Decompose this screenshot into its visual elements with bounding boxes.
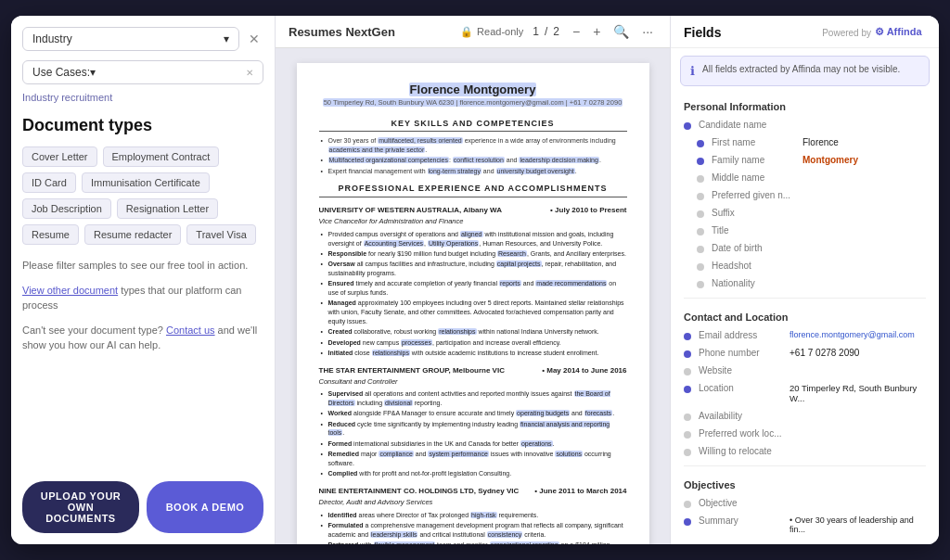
first-name-label: First name <box>712 137 795 147</box>
phone-value: +61 7 0278 2090 <box>790 348 859 358</box>
contact-us-link[interactable]: Contact us <box>166 325 215 336</box>
objective-row: Objective <box>671 494 939 512</box>
doc-types-grid: Cover Letter Employment Contract ID Card… <box>22 146 263 245</box>
fields-header: Fields Powered by ⚙ Affinda <box>671 16 939 48</box>
more-options-button[interactable]: ··· <box>638 22 657 41</box>
current-page: 1 <box>533 25 539 38</box>
preferred-given-dot <box>697 193 704 200</box>
chevron-down-icon: ▾ <box>224 32 229 45</box>
fields-divider2 <box>684 465 926 466</box>
industry-dropdown-label: Industry <box>32 32 72 45</box>
location-value: 20 Timperley Rd, South Bunbury W... <box>790 383 926 403</box>
summary-row: Summary • Over 30 years of leadership an… <box>671 512 939 538</box>
zoom-in-button[interactable]: + <box>589 22 604 41</box>
first-name-value: Florence <box>802 137 839 147</box>
location-dot <box>684 386 691 393</box>
view-other-link[interactable]: View other document <box>22 285 118 296</box>
lock-icon: 🔒 <box>460 26 473 38</box>
headshot-label: Headshot <box>712 261 795 271</box>
doc-type-cover-letter[interactable]: Cover Letter <box>22 146 97 167</box>
job2-title: Consultant and Controller <box>319 377 627 388</box>
fields-notice: ℹ All fields extracted by Affinda may no… <box>680 56 930 86</box>
hint1-text: Please filter samples to see our free to… <box>22 260 248 271</box>
preferred-given-row: Preferred given n... <box>671 186 939 204</box>
chevron-down-icon: ▾ <box>90 66 96 79</box>
powered-by-text: Powered by <box>822 28 871 38</box>
left-sidebar: Industry ▾ ✕ Use Cases: ▾ ✕ Industry rec… <box>11 16 276 544</box>
doc-type-resume[interactable]: Resume <box>22 224 79 245</box>
job1-bullets: Provided campus oversight of operations … <box>319 230 627 358</box>
close-icon[interactable]: ✕ <box>246 68 253 78</box>
experience-section-title: PROFESSIONAL EXPERIENCE AND ACCOMPLISHME… <box>319 183 627 197</box>
sidebar-hint2: View other document types that our platf… <box>22 283 263 313</box>
candidate-name-label: Candidate name <box>699 120 782 130</box>
dob-label: Date of birth <box>712 243 795 253</box>
preferred-work-dot <box>684 431 691 439</box>
headshot-row: Headshot <box>671 257 939 274</box>
info-icon: ℹ <box>690 64 695 78</box>
use-cases-dropdown[interactable]: Use Cases: ▾ ✕ <box>22 60 263 84</box>
zoom-out-button[interactable]: − <box>569 22 584 41</box>
doc-scroll-area[interactable]: Florence Montgomery 50 Timperley Rd, Sou… <box>276 48 670 544</box>
objective-dot <box>684 501 691 508</box>
email-label: Email address <box>699 330 782 340</box>
objective-label: Objective <box>699 498 782 508</box>
industry-tag: Industry recruitment <box>22 90 263 105</box>
fields-divider1 <box>684 298 926 299</box>
doc-type-id-card[interactable]: ID Card <box>22 172 76 193</box>
doc-type-immunisation[interactable]: Immunisation Certificate <box>82 172 210 193</box>
nationality-dot <box>697 281 704 288</box>
doc-type-job-description[interactable]: Job Description <box>22 198 111 219</box>
title-dot <box>697 228 704 235</box>
title-row: Title <box>671 222 939 239</box>
use-cases-label: Use Cases: <box>32 66 90 79</box>
nationality-label: Nationality <box>712 278 795 288</box>
total-pages: 2 <box>553 25 559 38</box>
contact-section: Contact and Location <box>671 304 939 326</box>
phone-dot <box>684 350 691 358</box>
job3-title: Director, Audit and Advisory Services <box>319 498 627 508</box>
preferred-work-row: Preferred work loc... <box>671 425 939 442</box>
dob-row: Date of birth <box>671 239 939 257</box>
middle-name-dot <box>697 175 704 183</box>
search-icon-button[interactable]: 🔍 <box>610 22 633 41</box>
fields-notice-text: All fields extracted by Affinda may not … <box>702 64 900 74</box>
willing-label: Willing to relocate <box>699 446 782 456</box>
upload-button[interactable]: UPLOAD YOUR OWN DOCUMENTS <box>22 481 139 533</box>
candidate-contact: 50 Timperley Rd, South Bunbury WA 6230 |… <box>319 98 627 108</box>
candidate-name: Florence Montgomery <box>319 82 627 98</box>
fields-title: Fields <box>684 25 721 40</box>
middle-name-label: Middle name <box>712 172 795 183</box>
job3-header: NINE ENTERTAINMENT CO. HOLDINGS LTD, Syd… <box>319 486 627 496</box>
sidebar-close-button[interactable]: ✕ <box>245 30 263 48</box>
suffix-dot <box>697 210 704 218</box>
sidebar-hint1: Please filter samples to see our free to… <box>22 258 263 274</box>
page-nav: 1 / 2 <box>533 25 559 38</box>
document-page: Florence Montgomery 50 Timperley Rd, Sou… <box>297 63 649 544</box>
suffix-row: Suffix <box>671 204 939 222</box>
zoom-controls: − + 🔍 ··· <box>569 22 657 41</box>
personal-info-section: Personal Information <box>671 94 939 116</box>
affinda-brand: Powered by ⚙ Affinda <box>822 25 926 40</box>
sidebar-header: Industry ▾ ✕ <box>22 27 263 51</box>
headshot-dot <box>697 263 704 271</box>
first-name-row: First name Florence <box>671 134 939 151</box>
availability-dot <box>684 414 691 421</box>
phone-label: Phone number <box>699 348 782 358</box>
doc-type-travel-visa[interactable]: Travel Visa <box>186 224 255 245</box>
suffix-label: Suffix <box>712 208 795 218</box>
website-label: Website <box>699 365 782 375</box>
email-value: florence.montgomery@gmail.com <box>790 330 915 339</box>
demo-button[interactable]: BOOK A DEMO <box>147 481 263 533</box>
email-row: Email address florence.montgomery@gmail.… <box>671 326 939 344</box>
svg-text:⚙ Affinda: ⚙ Affinda <box>875 26 922 37</box>
doc-type-resume-redacter[interactable]: Resume redacter <box>84 224 181 245</box>
industry-dropdown[interactable]: Industry ▾ <box>22 27 239 51</box>
doc-type-resignation[interactable]: Resignation Letter <box>117 198 218 219</box>
sidebar-hint3: Can't see your document type? Contact us… <box>22 323 263 353</box>
doc-type-employment-contract[interactable]: Employment Contract <box>103 146 220 167</box>
dob-dot <box>697 246 704 253</box>
first-name-dot <box>697 140 704 147</box>
objectives-section: Objectives <box>671 472 939 494</box>
doc-name: Resumes NextGen <box>289 25 451 39</box>
